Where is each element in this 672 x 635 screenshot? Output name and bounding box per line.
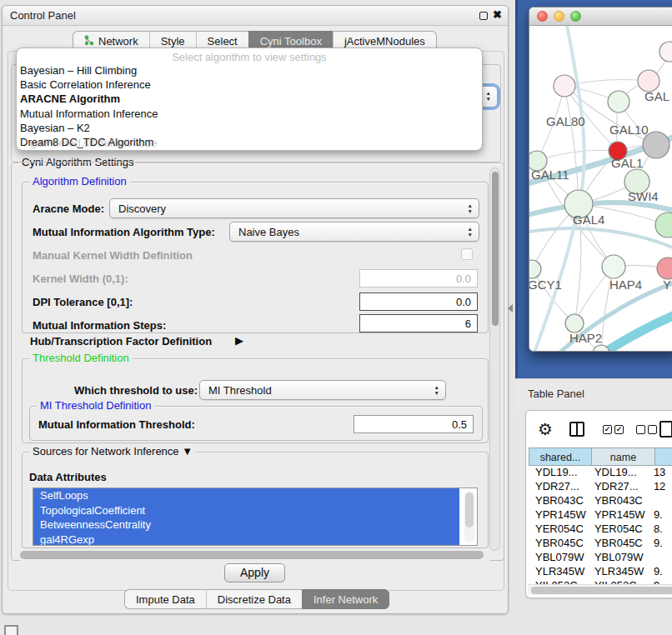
stepper-icon: ▲▼ <box>468 226 473 238</box>
mi-algorithm-type-combobox[interactable]: Naive Bayes ▲▼ <box>229 222 479 242</box>
table-cell: 9. <box>647 508 672 522</box>
tab-discretize-data[interactable]: Discretize Data <box>206 589 302 609</box>
data-attributes-list[interactable]: SelfLoopsTopologicalCoefficientBetweenne… <box>33 488 478 546</box>
attribute-item[interactable]: TopologicalCoefficient <box>33 503 459 518</box>
tab-label: Cyni Toolbox <box>260 35 322 48</box>
float-window-icon[interactable] <box>479 12 488 20</box>
mi-steps-label: Mutual Information Steps: <box>33 319 166 332</box>
control-panel-window: Control Panel ✖ NetworkStyleSelectCyni T… <box>2 5 509 614</box>
tab-label: Network <box>98 35 138 48</box>
collapse-right-icon[interactable]: ▶ <box>235 334 243 347</box>
network-node[interactable] <box>529 260 541 278</box>
mac-minimize-icon[interactable] <box>554 11 564 22</box>
table-cell: YLR345W <box>529 565 588 579</box>
network-window-titlebar[interactable] <box>529 8 672 26</box>
attribute-item[interactable]: BetweennessCentrality <box>33 518 459 532</box>
network-node[interactable] <box>608 91 629 112</box>
network-node-label: GAL4 <box>573 212 604 227</box>
table-row[interactable]: YDL19...YDL19...13 <box>529 466 672 480</box>
sources-title[interactable]: Sources for Network Inference ▼ <box>29 445 196 458</box>
attribute-item[interactable]: gal4RGexp <box>33 532 459 547</box>
column-header[interactable]: name <box>592 448 655 466</box>
apply-button[interactable]: Apply <box>224 563 285 582</box>
dropdown-item[interactable]: Bayesian – Hill Climbing <box>17 63 482 78</box>
network-node[interactable] <box>602 255 625 278</box>
settings-horizontal-scrollbar[interactable] <box>17 550 494 561</box>
table-row[interactable]: YBR045CYBR045C9. <box>529 537 672 551</box>
columns-icon[interactable] <box>569 422 584 437</box>
table-cell: YBL079W <box>529 551 588 565</box>
network-node[interactable] <box>554 75 575 97</box>
network-canvas[interactable]: GALGAL80GAL10GAL1GAL11SWI4GAL4GCY1HAP4YH… <box>529 26 672 352</box>
table-cell: 8. <box>647 522 672 537</box>
mi-threshold-field[interactable]: 0.5 <box>354 415 474 433</box>
network-node[interactable] <box>659 42 672 62</box>
dpi-tolerance-field[interactable]: 0.0 <box>359 292 478 311</box>
table-row[interactable]: YLR345WYLR345W9. <box>529 565 672 579</box>
dropdown-item[interactable]: Bayesian – K2 <box>17 121 482 135</box>
tab-label: Discretize Data <box>218 593 291 606</box>
attribute-item[interactable]: SelfLoops <box>33 488 459 503</box>
network-node-label: HAP2 <box>569 331 602 345</box>
kernel-width-field[interactable]: 0.0 <box>359 269 478 288</box>
mac-close-icon[interactable] <box>537 11 548 22</box>
table-horizontal-scrollbar[interactable] <box>528 584 672 595</box>
table-cell: YDL19... <box>529 466 588 480</box>
threshold-definition-title: Threshold Definition <box>29 352 133 364</box>
deselect-all-columns-icon[interactable] <box>636 425 657 434</box>
table-row[interactable]: YER054CYER054C8. <box>529 522 672 537</box>
network-node-label: HAP4 <box>609 278 642 292</box>
table-panel-title: Table Panel <box>528 388 584 400</box>
select-all-columns-icon[interactable]: ✓ ✓ <box>603 425 624 434</box>
table-cell: YDR27... <box>588 480 647 494</box>
settings-vertical-scrollbar-thumb[interactable] <box>492 172 499 326</box>
mi-steps-field[interactable]: 6 <box>359 314 478 332</box>
table-horizontal-scrollbar-thumb[interactable] <box>531 587 672 594</box>
network-graph[interactable]: GALGAL80GAL10GAL1GAL11SWI4GAL4GCY1HAP4YH… <box>529 26 672 352</box>
mac-zoom-icon[interactable] <box>570 11 581 22</box>
settings-horizontal-scrollbar-thumb[interactable] <box>20 551 484 559</box>
network-node-label: GAL1 <box>611 156 643 170</box>
network-node-label: Y <box>663 278 671 292</box>
dropdown-item[interactable]: Mutual Information Inference <box>17 107 482 121</box>
expand-down-icon[interactable]: ▼ <box>182 445 193 458</box>
which-threshold-combobox[interactable]: MI Threshold ▲▼ <box>199 380 446 400</box>
dropdown-item[interactable]: ARACNE Algorithm <box>17 92 482 106</box>
column-header[interactable] <box>655 448 672 466</box>
manual-kernel-width-label: Manual Kernel Width Definition <box>33 249 193 262</box>
control-panel-titlebar[interactable]: Control Panel ✖ <box>3 6 508 26</box>
column-header[interactable]: shared... <box>529 448 592 466</box>
hub-tf-definition-label[interactable]: Hub/Transcription Factor Definition <box>30 335 212 348</box>
manual-kernel-width-checkbox[interactable] <box>461 248 473 260</box>
export-table-icon[interactable] <box>659 421 672 438</box>
sources-group: Sources for Network Inference ▼ Data Att… <box>22 452 489 548</box>
table-row[interactable]: YPR145WYPR145W9. <box>529 508 672 522</box>
table-cell: YDL19... <box>588 466 647 480</box>
splitter-collapse-icon[interactable] <box>508 304 513 312</box>
aracne-mode-combobox[interactable]: Discovery ▲▼ <box>109 198 479 218</box>
attr-list-scrollbar-thumb[interactable] <box>465 492 474 528</box>
network-node[interactable] <box>565 314 584 332</box>
network-view-window[interactable]: GALGAL80GAL10GAL1GAL11SWI4GAL4GCY1HAP4YH… <box>529 7 672 352</box>
tab-label: Select <box>208 35 238 48</box>
table-row[interactable]: YDR27...YDR27...12 <box>529 480 672 494</box>
table-cell <box>647 551 672 565</box>
mi-threshold-definition-group: MI Threshold Definition Mutual Informati… <box>29 406 483 441</box>
table-row[interactable]: YBL079WYBL079W <box>529 551 672 565</box>
table-cell: 9. <box>647 537 672 551</box>
dropdown-item[interactable]: Basic Correlation Inference <box>17 78 482 92</box>
network-node[interactable] <box>657 258 672 279</box>
close-icon[interactable]: ✖ <box>493 8 502 21</box>
table-row[interactable]: YBR043CYBR043C <box>529 494 672 508</box>
tab-impute-data[interactable]: Impute Data <box>124 589 206 609</box>
settings-vertical-scrollbar[interactable] <box>489 168 500 551</box>
gear-icon[interactable]: ⚙ <box>538 419 553 439</box>
attr-list-scrollbar[interactable] <box>464 491 474 542</box>
network-node[interactable] <box>655 212 672 238</box>
unchecked-box-icon <box>648 425 657 434</box>
table-cell: YBR043C <box>529 494 588 508</box>
mi-threshold-label: Mutual Information Threshold: <box>38 418 195 431</box>
network-edge-thick[interactable] <box>534 26 584 352</box>
dock-panel-icon[interactable] <box>4 625 18 635</box>
tab-infer-network[interactable]: Infer Network <box>302 589 389 609</box>
